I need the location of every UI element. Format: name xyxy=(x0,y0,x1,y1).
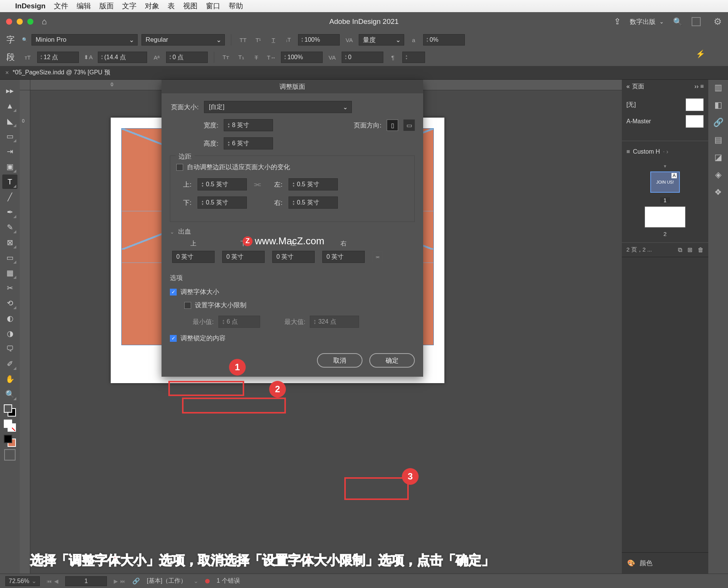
height-input[interactable]: ▴▾6 英寸 xyxy=(224,137,273,149)
menu-file[interactable]: 文件 xyxy=(54,1,68,11)
pencil-tool[interactable]: ✎ xyxy=(2,220,17,234)
bleed-right-input[interactable]: 0 英寸 xyxy=(322,251,365,263)
ruler-origin[interactable] xyxy=(20,80,30,90)
gradient-feather-tool[interactable]: ◑ xyxy=(2,326,17,341)
content-collector-tool[interactable]: ▣ xyxy=(2,159,17,174)
page-preset-dropdown[interactable]: ≡Custom H · › xyxy=(626,143,704,160)
maximize-window-button[interactable] xyxy=(27,19,33,25)
page-nav[interactable]: ⏮◀ xyxy=(47,578,58,584)
selection-tool[interactable]: ▲ xyxy=(2,99,17,113)
stroke-dock-icon[interactable]: ▤ xyxy=(714,135,722,145)
errors-label[interactable]: 1 个错误 xyxy=(217,577,240,585)
link-margins-icon[interactable]: ⫘ xyxy=(253,179,261,189)
subscript-icon[interactable]: T₁ xyxy=(235,52,247,63)
vscale-icon[interactable]: ᵢT xyxy=(283,34,294,46)
underline-icon[interactable]: T xyxy=(268,34,279,46)
delete-page-icon[interactable]: 🗑 xyxy=(698,247,704,253)
search-icon[interactable]: 🔍 xyxy=(673,17,682,26)
bolt-icon[interactable]: ⚡ xyxy=(696,49,705,58)
panel-expand-icon[interactable]: ›› ≡ xyxy=(695,83,704,90)
page-tool[interactable]: ▭ xyxy=(2,129,17,143)
tracking-input[interactable]: ▴▾0 xyxy=(342,52,383,63)
color-panel[interactable]: 🎨 颜色 xyxy=(622,552,708,574)
scissors-tool[interactable]: ✂ xyxy=(2,281,17,295)
gap-tool[interactable]: ⇥ xyxy=(2,144,17,159)
workspace-dropdown[interactable]: 数字出版 xyxy=(630,17,664,26)
menu-window[interactable]: 窗口 xyxy=(206,1,220,11)
menu-type[interactable]: 文字 xyxy=(122,1,136,11)
search-font-icon[interactable]: 🔍 xyxy=(22,37,28,42)
color-dock-icon[interactable]: ◪ xyxy=(714,153,722,162)
menu-table[interactable]: 表 xyxy=(168,1,175,11)
hscale-icon[interactable]: T↔ xyxy=(266,52,277,63)
bleed-bottom-input[interactable]: 0 英寸 xyxy=(222,251,265,263)
links-dock-icon[interactable]: 🔗 xyxy=(713,118,723,127)
app-name[interactable]: InDesign xyxy=(15,2,46,10)
zoom-tool[interactable]: 🔍 xyxy=(2,387,17,401)
bleed-section-toggle[interactable]: 出血 xyxy=(170,227,415,236)
transform-tool[interactable]: ⟲ xyxy=(2,296,17,310)
menu-layout[interactable]: 版面 xyxy=(99,1,114,11)
fill-stroke-swatch[interactable] xyxy=(4,404,16,417)
menu-view[interactable]: 视图 xyxy=(183,1,198,11)
home-icon[interactable]: ⌂ xyxy=(42,17,47,27)
grid-tool[interactable]: ▦ xyxy=(2,266,17,280)
line-tool[interactable]: ╱ xyxy=(2,190,17,204)
percent-input[interactable]: ▴▾0% xyxy=(423,34,465,46)
char-tab[interactable]: 字 xyxy=(3,34,18,46)
hscale-input[interactable]: ▴▾100% xyxy=(281,52,323,63)
menu-object[interactable]: 对象 xyxy=(145,1,159,11)
direct-selection-tool[interactable]: ◣ xyxy=(2,114,17,128)
margin-right-input[interactable]: ▴▾0.5 英寸 xyxy=(289,197,338,209)
swatches-dock-icon[interactable]: ◈ xyxy=(715,170,722,180)
arrange-button[interactable] xyxy=(692,17,701,26)
document-tab[interactable]: × *05_PageSize.indd @ 73% [GPU 预 xyxy=(5,69,110,77)
color-theme[interactable] xyxy=(4,435,16,447)
width-input[interactable]: ▴▾8 英寸 xyxy=(224,119,273,131)
leading-input[interactable]: ▴▾(14.4 点 xyxy=(98,52,147,63)
working-set-label[interactable]: [基本]（工作） xyxy=(147,577,187,585)
strikethrough-icon[interactable]: T xyxy=(251,52,262,63)
view-mode-icon[interactable] xyxy=(4,449,16,461)
allcaps-icon[interactable]: TT xyxy=(237,34,249,46)
share-icon[interactable]: ⇪ xyxy=(614,17,621,27)
parastyle-icon[interactable]: ¶ xyxy=(387,52,399,63)
settings-gear-icon[interactable]: ⚙ xyxy=(714,16,722,27)
extra-input[interactable]: ▴▾ xyxy=(402,52,425,63)
margin-bottom-input[interactable]: ▴▾0.5 英寸 xyxy=(198,197,247,209)
close-tab-icon[interactable]: × xyxy=(5,69,9,76)
ok-button[interactable]: 确定 xyxy=(369,353,415,368)
smallcaps-icon[interactable]: Tᴛ xyxy=(220,52,232,63)
pen-tool[interactable]: ✒ xyxy=(2,205,17,219)
new-page-icon[interactable]: ⊞ xyxy=(687,246,692,253)
baseline-input[interactable]: ▴▾0 点 xyxy=(166,52,208,63)
para-tab[interactable]: 段 xyxy=(3,52,18,63)
superscript-icon[interactable]: T¹ xyxy=(253,34,264,46)
zoom-select[interactable]: 72.56% ⌄ xyxy=(5,576,40,586)
pages-panel-title[interactable]: « 页面 xyxy=(626,83,644,91)
rectangle-frame-tool[interactable]: ⊠ xyxy=(2,235,17,250)
error-indicator-icon[interactable] xyxy=(205,579,210,583)
gradient-swatch-tool[interactable]: ◐ xyxy=(2,311,17,325)
close-window-button[interactable] xyxy=(6,19,12,25)
page-thumbnail-2[interactable] xyxy=(645,206,686,228)
margin-top-input[interactable]: ▴▾0.5 英寸 xyxy=(198,178,247,190)
type-tool[interactable]: T xyxy=(2,175,17,189)
kerning-select[interactable]: 量度 xyxy=(359,34,404,46)
linked-icon[interactable]: 🔗 xyxy=(132,577,140,585)
bleed-top-input[interactable]: 0 英寸 xyxy=(172,251,215,263)
edit-page-icon[interactable]: ⧉ xyxy=(678,247,682,253)
auto-adjust-margins-checkbox[interactable]: 自动调整边距以适应页面大小的变化 xyxy=(176,163,408,171)
adjust-locked-checkbox[interactable]: ✓ 调整锁定的内容 xyxy=(170,334,415,343)
note-tool[interactable]: 🗨 xyxy=(2,341,17,356)
eyedropper-tool[interactable]: ✐ xyxy=(2,357,17,371)
menu-help[interactable]: 帮助 xyxy=(229,1,243,11)
page-nav-fwd[interactable]: ▶⏭ xyxy=(114,578,126,584)
charstyle-icon[interactable]: a xyxy=(408,34,419,46)
page-thumbnail-1[interactable]: AJOIN US! xyxy=(650,171,680,193)
cancel-button[interactable]: 取消 xyxy=(317,353,362,368)
vertical-ruler[interactable]: 0 xyxy=(20,90,30,574)
margin-left-input[interactable]: ▴▾0.5 英寸 xyxy=(289,178,338,190)
adjust-font-size-checkbox[interactable]: ✓ 调整字体大小 xyxy=(170,288,415,296)
more-dock-icon[interactable]: ❖ xyxy=(714,187,722,197)
